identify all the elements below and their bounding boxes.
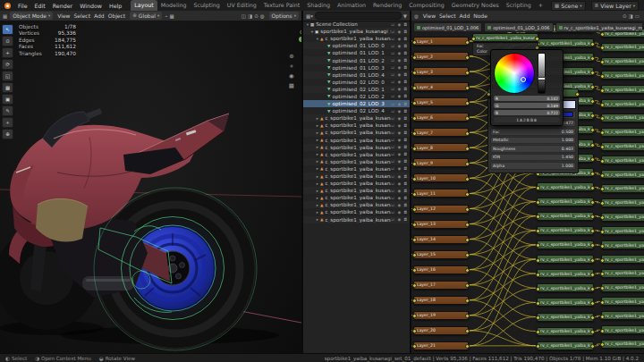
layer-node[interactable]: Layer_11 (413, 189, 469, 198)
layer-node[interactable]: Layer_1 (413, 37, 469, 46)
row-visibility-icons[interactable]: ☑ ◉ ◘ (391, 37, 408, 41)
node-slider[interactable]: IOR1.450 (490, 154, 576, 162)
group-node[interactable]: rv_c_sportbike1_yaiba_kusanagi_mix_black… (601, 43, 644, 52)
nav-button[interactable]: ◉ (289, 72, 294, 80)
group-node[interactable]: rv_c_sportbike1_yaiba_kusanagi_01_coat_2… (537, 198, 594, 206)
filter-icon[interactable]: ▼ (403, 13, 407, 19)
outliner-row[interactable]: ▼ optimised_01_LOD_1 ☑ ◉ ◘ (303, 49, 410, 56)
layer-node[interactable]: Layer_13 (413, 220, 469, 229)
menu-item[interactable]: Render (49, 3, 76, 9)
workspace-tab[interactable]: Sculpting (190, 0, 223, 11)
workspace-tab[interactable]: + (535, 0, 547, 11)
outliner-row[interactable]: ▼ optimised_01_LOD_4 ☑ ◉ ◘ (303, 72, 410, 79)
outliner-row[interactable]: ▼ optimised_02_LOD_1 ☑ ◉ ◘ (303, 86, 410, 93)
group-node[interactable]: rv_c_sportbike1_yaiba_kusanagi_01_coat_2… (537, 313, 594, 322)
layer-node[interactable]: Layer_5 (413, 97, 469, 106)
layer-node[interactable]: Layer_3 (413, 67, 469, 76)
group-node[interactable]: rv_c_sportbike1_yaiba_kusanagi_mix_black… (601, 226, 644, 235)
outliner-row[interactable]: ▼ optimised_01_LOD_3 ☑ ◉ ◘ (303, 64, 410, 72)
overlay-icons[interactable]: ◫◨⊙◍ (242, 13, 267, 19)
row-visibility-icons[interactable]: ☑ ◉ ◘ (391, 80, 408, 84)
row-visibility-icons[interactable]: ☑ ◉ ◘ (391, 72, 408, 77)
group-node[interactable]: rv_c_sportbike1_yaiba_kusanagi_mix_black… (601, 283, 644, 292)
rgb-slider[interactable]: R0.102 (494, 96, 560, 101)
layer-node[interactable]: Layer_20 (413, 326, 469, 335)
mode-dropdown[interactable]: Object Mode▾ (10, 12, 53, 20)
row-visibility-icons[interactable]: ☑ ◉ ◘ (391, 203, 408, 207)
outliner-row[interactable]: ▸ ▲ c_sportbike1_yaiba_kusanagi_ve01_cow… (303, 122, 410, 129)
workspace-tab[interactable]: Texture Paint (260, 0, 304, 11)
outliner-row[interactable]: ▸ ▲ c_sportbike1_yaiba_kusanagi_ve01_whe… (303, 208, 410, 215)
hue-saturation-wheel[interactable] (494, 53, 535, 94)
node-canvas[interactable]: optimised_01_LOD_1.006 optimised_01_LOD_… (411, 21, 644, 354)
layer-node[interactable]: Layer_6 (413, 113, 469, 122)
row-visibility-icons[interactable]: ☑ ◉ ◘ (391, 152, 408, 156)
group-node[interactable]: rv_c_sportbike1_yaiba_kusanagi_mix_black… (601, 255, 644, 264)
layer-node[interactable]: Layer_12 (413, 205, 469, 214)
row-visibility-icons[interactable]: ☑ ◉ ◘ (391, 174, 408, 179)
group-node[interactable]: rv_c_sportbike1_yaiba_kusanagi_01_coat_2… (537, 240, 594, 249)
row-visibility-icons[interactable]: ☑ ◉ ◘ (391, 210, 408, 215)
group-node[interactable]: rv_c_sportbike1_yaiba_kusanagi_mix_black… (601, 114, 644, 122)
outliner-row[interactable]: ▸ ▲ c_sportbike1_yaiba_kusanagi_ve01_met… (303, 165, 410, 173)
tool-button[interactable]: ⌖ (2, 117, 13, 128)
viewport-canvas[interactable]: Objects1/78 Vertices95,336 Edges184,775 … (0, 21, 301, 354)
rgb-slider[interactable]: G0.169 (494, 103, 560, 108)
outliner-row[interactable]: ▸ ▲ c_sportbike1_yaiba_kusanagi_ve01_mir… (303, 173, 410, 180)
outliner-row[interactable]: ▾ ▣ sportbike1_yaiba_kusanagi_set_01_def… (303, 28, 410, 35)
workspace-tab[interactable]: Layout (131, 0, 157, 11)
outliner-row[interactable]: ▸ ▲ c_sportbike1_yaiba_kusanagi_ve01_for… (303, 151, 410, 158)
group-node[interactable]: rv_c_sportbike1_yaiba_kusanagi_mix_black… (601, 99, 644, 108)
hex-field[interactable]: 1A2BB8 (494, 117, 560, 122)
group-node[interactable]: rv_c_sportbike1_yaiba_kusanagi_mix_black… (601, 213, 644, 222)
tool-button[interactable]: ▦ (2, 82, 13, 93)
viewport-menu-item[interactable]: Add (92, 13, 106, 19)
layer-node[interactable]: Layer_16 (413, 265, 469, 274)
outliner-row[interactable]: ▸ ▲ c_sportbike1_yaiba_kusanagi_ve01_swi… (303, 194, 410, 201)
group-node[interactable]: rv_c_sportbike1_yaiba_kusanagi_mix_black… (601, 142, 644, 151)
workspace-tab[interactable]: Modeling (157, 0, 191, 11)
row-visibility-icons[interactable]: ☑ ◉ ◘ (391, 29, 408, 34)
row-visibility-icons[interactable]: ☑ ◉ ◘ (391, 102, 408, 106)
workspace-tab[interactable]: Rendering (369, 0, 405, 11)
breadcrumb-pill[interactable]: optimised_01_LOD_1.006 (413, 22, 482, 32)
tool-button[interactable]: ◱ (2, 71, 13, 81)
view-layer-selector[interactable]: ≣ View Layer ▾ (591, 1, 639, 11)
group-node[interactable]: rv_c_sportbike1_yaiba_kusanagi_01_coat_2… (537, 341, 594, 350)
value-slider[interactable] (538, 53, 546, 94)
nav-button[interactable]: + (289, 63, 294, 70)
tool-button[interactable]: ⊙ (2, 36, 13, 46)
group-node[interactable]: rv_c_sportbike1_yaiba_kusanagi_01_coat_2… (537, 182, 594, 191)
tool-button[interactable]: ✎ (2, 105, 13, 116)
workspace-tab[interactable]: Shading (303, 0, 334, 11)
row-visibility-icons[interactable]: ☑ ◉ ◘ (391, 44, 408, 48)
tool-button[interactable]: ↖ (2, 24, 13, 35)
group-node[interactable]: rv_c_sportbike1_yaiba_kusanagi_mix_black… (601, 85, 644, 94)
group-node[interactable]: rv_c_sportbike1_yaiba_kusanagi_mix_black… (601, 184, 644, 193)
row-visibility-icons[interactable]: ☑ ◉ ◘ (391, 130, 408, 135)
layer-node[interactable]: Layer_7 (413, 128, 469, 137)
row-visibility-icons[interactable]: ☑ ◉ ◘ (391, 217, 408, 222)
group-node[interactable]: rv_c_sportbike1_yaiba_kusanagi_mix_black… (601, 156, 644, 164)
row-visibility-icons[interactable]: ☑ ◉ ◘ (391, 123, 408, 128)
group-node[interactable]: rv_c_sportbike1_yaiba_kusanagi_01_coat_2… (537, 255, 594, 264)
node-slider[interactable]: Roughness0.403 (490, 145, 576, 153)
row-visibility-icons[interactable]: ☑ ◉ ◘ (391, 65, 408, 70)
viewport-menu-item[interactable]: Select (72, 13, 93, 19)
scene-selector[interactable]: ▦ Scene ▾ (551, 1, 586, 11)
outliner-row[interactable]: ▼ optimised_02_LOD_0 ☑ ◉ ◘ (303, 79, 410, 86)
layer-node[interactable]: Layer_17 (413, 281, 469, 290)
rgb-slider[interactable]: B0.722 (494, 110, 560, 115)
row-visibility-icons[interactable]: ☑ ◉ ◘ (391, 87, 408, 91)
group-node[interactable]: rv_c_sportbike1_yaiba_kusanagi_01_coat_2… (537, 212, 594, 221)
group-node[interactable]: rv_c_sportbike1_yaiba_kusanagi_01_coat_2… (537, 269, 594, 278)
nav-button[interactable]: ⊕ (289, 53, 294, 60)
node-editor-menu-item[interactable]: Select (437, 13, 458, 19)
group-node[interactable]: rv_c_sportbike1_yaiba_kusanagi_mix_black… (601, 128, 644, 137)
row-visibility-icons[interactable]: ☑ ◉ ◘ (391, 94, 408, 98)
workspace-tab[interactable]: Compositing (405, 0, 447, 11)
outliner-row[interactable]: ▸ ▲ c_sportbike1_yaiba_kusanagi_ve01_dec… (303, 129, 410, 136)
group-node[interactable]: rv_c_sportbike1_yaiba_kusanagi_01_coat_2… (537, 283, 594, 292)
group-node[interactable]: rv_c_sportbike1_yaiba_kusanagi_01_coat_2… (537, 298, 594, 307)
outliner-row[interactable]: ▸ ▲ c_sportbike1_yaiba_kusanagi_ve01_tan… (303, 201, 410, 208)
